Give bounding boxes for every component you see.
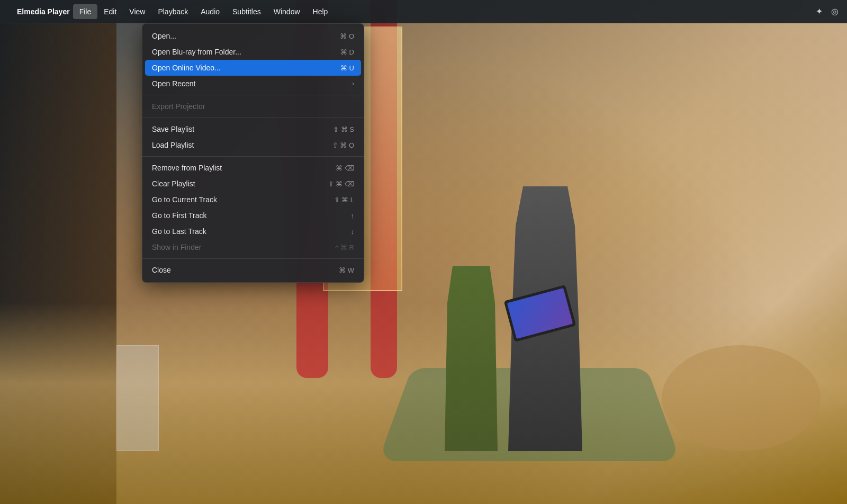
menu-item-goto-last-shortcut: ↓ — [351, 228, 355, 236]
menu-item-show-finder[interactable]: Show in Finder ^ ⌘ R — [142, 239, 364, 255]
separator-1 — [142, 95, 364, 95]
video-background — [0, 0, 847, 504]
menu-item-goto-first-shortcut: ↑ — [351, 212, 355, 220]
submenu-arrow-icon: › — [352, 80, 354, 87]
menu-item-open-online-shortcut: ⌘ U — [340, 64, 354, 72]
menu-section-playlist-saveload: Save Playlist ⇧ ⌘ S Load Playlist ⇧ ⌘ O — [142, 120, 364, 154]
menu-item-open-shortcut: ⌘ O — [340, 32, 354, 40]
decorative-left-icon[interactable]: ✦ — [816, 6, 823, 16]
menu-item-remove-playlist-label: Remove from Playlist — [152, 164, 222, 172]
menu-item-export-projector[interactable]: Export Projector — [142, 98, 364, 114]
menu-edit[interactable]: Edit — [97, 4, 123, 19]
menu-playback[interactable]: Playback — [151, 4, 194, 19]
menu-item-open-recent-label: Open Recent — [152, 79, 196, 88]
menu-item-load-playlist-label: Load Playlist — [152, 141, 194, 149]
separator-2 — [142, 118, 364, 118]
separator-4 — [142, 258, 364, 259]
menu-item-clear-playlist[interactable]: Clear Playlist ⇧ ⌘ ⌫ — [142, 176, 364, 192]
menu-item-remove-playlist[interactable]: Remove from Playlist ⌘ ⌫ — [142, 160, 364, 176]
menu-item-close-label: Close — [152, 266, 171, 274]
menu-item-open-bluray-shortcut: ⌘ D — [340, 48, 354, 56]
menu-item-export-projector-label: Export Projector — [152, 102, 205, 111]
menu-item-close[interactable]: Close ⌘ W — [142, 262, 364, 278]
menu-window[interactable]: Window — [267, 4, 307, 19]
menu-item-goto-current-label: Go to Current Track — [152, 195, 217, 204]
menubar: File Edit View Playback Audio Subtitles … — [73, 4, 335, 19]
menu-item-open-bluray-label: Open Blu-ray from Folder... — [152, 48, 241, 56]
menu-item-load-playlist[interactable]: Load Playlist ⇧ ⌘ O — [142, 137, 364, 153]
menu-item-goto-first[interactable]: Go to First Track ↑ — [142, 208, 364, 223]
menu-section-open: Open... ⌘ O Open Blu-ray from Folder... … — [142, 27, 364, 93]
menu-item-open-online-label: Open Online Video... — [152, 64, 221, 72]
menu-help[interactable]: Help — [307, 4, 335, 19]
titlebar: Elmedia Player File Edit View Playback A… — [0, 0, 847, 23]
titlebar-left: Elmedia Player File Edit View Playback A… — [8, 4, 334, 19]
menu-audio[interactable]: Audio — [194, 4, 226, 19]
menu-item-remove-playlist-shortcut: ⌘ ⌫ — [336, 164, 354, 172]
menu-item-clear-playlist-shortcut: ⇧ ⌘ ⌫ — [328, 180, 354, 188]
menu-section-export: Export Projector — [142, 97, 364, 115]
decorative-right-icon[interactable]: ◎ — [831, 6, 839, 16]
menu-item-open-bluray[interactable]: Open Blu-ray from Folder... ⌘ D — [142, 44, 364, 60]
menu-item-goto-last-label: Go to Last Track — [152, 227, 206, 236]
menu-item-save-playlist-label: Save Playlist — [152, 125, 194, 133]
menu-item-goto-current[interactable]: Go to Current Track ⇧ ⌘ L — [142, 192, 364, 208]
menu-item-show-finder-shortcut: ^ ⌘ R — [335, 244, 354, 251]
menu-item-goto-last[interactable]: Go to Last Track ↓ — [142, 223, 364, 239]
menu-file[interactable]: File — [73, 4, 98, 19]
menu-item-open-online[interactable]: Open Online Video... ⌘ U — [145, 60, 361, 76]
menu-item-show-finder-label: Show in Finder — [152, 243, 201, 251]
menu-subtitles[interactable]: Subtitles — [226, 4, 267, 19]
menu-item-close-shortcut: ⌘ W — [339, 266, 354, 274]
menu-item-open-recent[interactable]: Open Recent › — [142, 76, 364, 92]
menu-item-save-playlist[interactable]: Save Playlist ⇧ ⌘ S — [142, 121, 364, 137]
menu-section-close: Close ⌘ W — [142, 261, 364, 279]
menu-item-goto-first-label: Go to First Track — [152, 211, 206, 220]
menu-item-open-label: Open... — [152, 32, 176, 40]
menu-item-save-playlist-shortcut: ⇧ ⌘ S — [333, 125, 354, 133]
menu-item-clear-playlist-label: Clear Playlist — [152, 179, 195, 188]
menu-item-load-playlist-shortcut: ⇧ ⌘ O — [332, 141, 354, 149]
separator-3 — [142, 156, 364, 157]
app-name[interactable]: Elmedia Player — [17, 7, 70, 16]
file-dropdown-menu: Open... ⌘ O Open Blu-ray from Folder... … — [142, 23, 364, 283]
menu-section-playlist-mgmt: Remove from Playlist ⌘ ⌫ Clear Playlist … — [142, 159, 364, 256]
titlebar-right: ✦ ◎ — [816, 6, 839, 16]
menu-item-goto-current-shortcut: ⇧ ⌘ L — [334, 196, 354, 204]
menu-item-open[interactable]: Open... ⌘ O — [142, 28, 364, 44]
menu-view[interactable]: View — [123, 4, 151, 19]
